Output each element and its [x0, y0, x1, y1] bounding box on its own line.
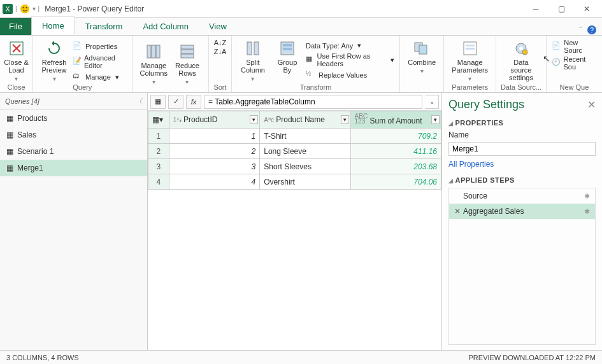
cell[interactable]: 1 — [169, 129, 259, 144]
new-source-icon: 📄 — [552, 41, 561, 52]
chevron-down-icon[interactable]: ▾ — [250, 115, 258, 124]
query-settings-title: Query Settings — [448, 98, 524, 111]
properties-button[interactable]: 📄Properties — [73, 41, 127, 52]
tabs-collapse-caret[interactable]: ˆ — [580, 27, 582, 34]
split-column-icon — [244, 39, 262, 57]
manage-parameters-button[interactable]: Manage Parameters▾ — [449, 38, 491, 83]
svg-rect-22 — [466, 45, 475, 46]
cell[interactable]: Long Sleeve — [260, 144, 350, 159]
applied-steps-header[interactable]: APPLIED STEPS — [448, 176, 596, 184]
smiley-icon[interactable] — [20, 4, 30, 14]
cell[interactable]: Overshirt — [260, 174, 350, 190]
all-properties-link[interactable]: All Properties — [448, 160, 596, 169]
close-window-button[interactable]: ✕ — [574, 0, 599, 18]
formula-expand-icon[interactable]: ⌄ — [425, 95, 439, 109]
query-item-merge1[interactable]: ▦Merge1 — [0, 160, 147, 176]
status-right: PREVIEW DOWNLOADED AT 12:22 PM — [469, 354, 596, 361]
refresh-icon — [45, 39, 63, 57]
tab-transform[interactable]: Transform — [75, 18, 133, 35]
grid-corner[interactable]: ▦▾ — [148, 111, 169, 129]
ribbon-group-newq-label: New Que — [547, 83, 602, 91]
close-and-load-button[interactable]: Close & Load ▾ — [1, 38, 32, 83]
chevron-down-icon[interactable]: ▾ — [341, 115, 349, 124]
query-name-input[interactable] — [448, 142, 596, 156]
table-icon: ▦ — [6, 114, 13, 123]
gear-icon — [512, 39, 530, 57]
formula-refresh-icon[interactable]: ▦ — [150, 95, 166, 109]
cell[interactable]: 709.2 — [350, 129, 441, 144]
column-header-productid[interactable]: 1²₃ ProductID▾ — [169, 111, 259, 129]
svg-rect-23 — [466, 48, 475, 50]
tab-file[interactable]: File — [0, 18, 31, 35]
cell[interactable]: 2 — [169, 144, 259, 159]
new-source-button[interactable]: 📄New Sourc — [552, 38, 597, 55]
manage-button[interactable]: 🗂Manage ▾ — [73, 71, 127, 83]
row-header[interactable]: 1 — [148, 129, 169, 144]
delete-step-icon[interactable]: ✕ — [454, 207, 463, 216]
sort-asc-button[interactable]: A↓Z — [214, 38, 227, 47]
sort-desc-button[interactable]: Z↓A — [214, 47, 227, 56]
help-icon[interactable]: ? — [587, 25, 597, 35]
cell[interactable]: 203.68 — [350, 159, 441, 174]
manage-columns-button[interactable]: Manage Columns▾ — [138, 41, 170, 87]
formula-input[interactable] — [204, 95, 422, 109]
cell[interactable]: 4 — [169, 174, 259, 190]
combine-icon — [413, 39, 431, 57]
minimize-button[interactable]: ─ — [523, 0, 548, 18]
data-type-button[interactable]: Data Type: Any ▾ — [306, 41, 394, 50]
formula-fx-icon[interactable]: fx — [186, 95, 201, 109]
manage-icon: 🗂 — [73, 72, 83, 82]
cell[interactable]: 3 — [169, 159, 259, 174]
tab-view[interactable]: View — [199, 18, 237, 35]
chevron-down-icon[interactable]: ▾ — [431, 115, 440, 124]
column-header-productname[interactable]: Aᴮc Product Name▾ — [260, 111, 350, 129]
svg-point-25 — [519, 46, 523, 50]
cell[interactable]: Short Sleeves — [260, 159, 350, 174]
svg-rect-10 — [156, 45, 160, 58]
split-column-button[interactable]: Split Column▾ — [237, 38, 269, 83]
query-item-scenario1[interactable]: ▦Scenario 1 — [0, 143, 147, 160]
svg-rect-14 — [247, 42, 252, 55]
properties-section-header[interactable]: PROPERTIES — [448, 119, 596, 127]
svg-rect-9 — [152, 45, 155, 58]
replace-values-button[interactable]: ½Replace Values — [306, 69, 394, 81]
replace-icon: ½ — [306, 70, 316, 80]
refresh-preview-button[interactable]: Refresh Preview ▾ — [38, 38, 70, 83]
ribbon-group-close-label: Close — [0, 83, 32, 91]
queries-panel-header: Queries [4] 〈 — [0, 93, 147, 110]
formula-check-icon[interactable]: ✓ — [168, 95, 183, 109]
advanced-editor-button[interactable]: 📝Advanced Editor — [73, 53, 127, 70]
row-header[interactable]: 4 — [148, 174, 169, 190]
row-header[interactable]: 3 — [148, 159, 169, 174]
cell[interactable]: 411.16 — [350, 144, 441, 159]
data-source-settings-button[interactable]: Data source settings — [501, 38, 541, 83]
column-header-sum[interactable]: ABC 123 Sum of Amount▾ — [350, 111, 441, 129]
qat-divider: | — [15, 5, 17, 12]
svg-point-2 — [20, 4, 29, 13]
tab-add-column[interactable]: Add Column — [133, 18, 199, 35]
row-header[interactable]: 2 — [148, 144, 169, 159]
step-aggregated-sales[interactable]: ✕Aggregated Sales✱ — [449, 204, 595, 219]
first-row-headers-button[interactable]: ▦Use First Row as Headers ▾ — [306, 52, 394, 68]
cell[interactable]: 704.06 — [350, 174, 441, 190]
maximize-button[interactable]: ▢ — [548, 0, 574, 18]
group-by-button[interactable]: Group By — [271, 38, 303, 75]
query-item-sales[interactable]: ▦Sales — [0, 127, 147, 143]
recent-sources-button[interactable]: ↖ 🕘Recent Sou — [552, 55, 597, 71]
cell[interactable]: T-Shirt — [260, 129, 350, 144]
combine-button[interactable]: Combine▾ — [405, 38, 438, 76]
svg-point-26 — [522, 50, 527, 55]
tab-home[interactable]: Home — [31, 17, 75, 35]
svg-rect-11 — [181, 45, 194, 49]
ribbon-group-query-label: Query — [33, 83, 132, 91]
svg-rect-17 — [283, 44, 292, 46]
step-source[interactable]: Source✱ — [449, 188, 595, 204]
gear-icon[interactable]: ✱ — [584, 207, 590, 216]
reduce-rows-button[interactable]: Reduce Rows▾ — [171, 41, 203, 87]
close-settings-icon[interactable]: ✕ — [587, 99, 596, 111]
manage-columns-icon — [145, 43, 162, 60]
gear-icon[interactable]: ✱ — [584, 192, 590, 200]
qat-dropdown[interactable]: ▾ — [32, 5, 36, 12]
queries-collapse-icon[interactable]: 〈 — [136, 97, 142, 106]
query-item-products[interactable]: ▦Products — [0, 110, 147, 127]
